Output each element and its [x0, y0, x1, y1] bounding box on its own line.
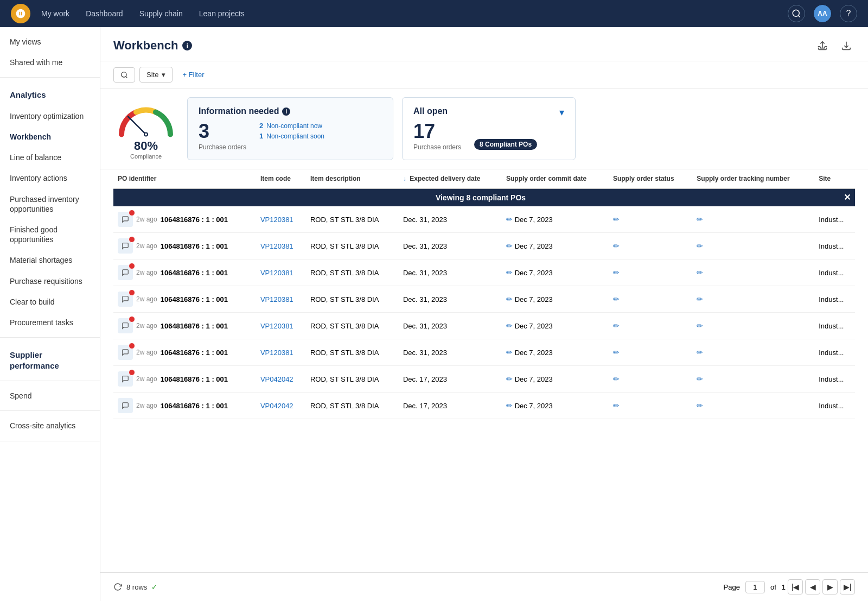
status-edit-icon[interactable]: ✏ — [613, 295, 620, 303]
last-page-btn[interactable]: ▶| — [840, 579, 855, 594]
svg-point-0 — [793, 10, 799, 16]
sidebar-item-purchased-inventory[interactable]: Purchased inventory opportunities — [0, 189, 100, 219]
message-icon[interactable] — [118, 292, 133, 307]
cell-site: Indust... — [814, 366, 855, 393]
user-avatar[interactable]: AA — [814, 5, 831, 22]
viewing-banner-cell: Viewing 8 compliant POs ✕ — [113, 188, 855, 206]
card-expand-btn[interactable]: ▾ — [559, 106, 564, 118]
tracking-edit-icon[interactable]: ✏ — [697, 321, 703, 330]
cell-po-id: 1064816876 : 1 : 001 — [161, 349, 228, 357]
cell-site: Indust... — [814, 313, 855, 339]
sidebar-item-cross-site[interactable]: Cross-site analytics — [0, 415, 100, 436]
all-open-title: All open — [413, 106, 448, 116]
message-icon[interactable] — [118, 265, 133, 280]
prev-page-btn[interactable]: ◀ — [805, 579, 820, 594]
sidebar-section-spend: Spend — [0, 381, 100, 411]
sidebar-item-line-of-balance[interactable]: Line of balance — [0, 147, 100, 168]
item-code-link[interactable]: VP042042 — [260, 402, 293, 410]
nav-lean-projects[interactable]: Lean projects — [199, 9, 245, 18]
page-input[interactable] — [745, 581, 765, 593]
search-toolbar-btn[interactable] — [113, 67, 135, 83]
page-title: Workbench — [113, 39, 178, 53]
sidebar-item-spend[interactable]: Spend — [0, 385, 100, 406]
first-page-btn[interactable]: |◀ — [788, 579, 803, 594]
sidebar-item-workbench[interactable]: Workbench — [0, 126, 100, 147]
sidebar-section-analytics: Analytics Inventory optimization Workben… — [0, 78, 100, 338]
add-filter-btn[interactable]: + Filter — [177, 67, 209, 82]
nav-dashboard[interactable]: Dashboard — [86, 9, 123, 18]
compliant-badge[interactable]: 8 Compliant POs — [474, 139, 537, 150]
message-icon[interactable] — [118, 345, 133, 360]
help-button[interactable]: ? — [840, 5, 857, 22]
item-code-link[interactable]: VP120381 — [260, 295, 293, 303]
item-code-link[interactable]: VP120381 — [260, 216, 293, 224]
download-button[interactable] — [838, 37, 855, 54]
sidebar-item-my-views[interactable]: My views — [0, 31, 100, 52]
tracking-edit-icon[interactable]: ✏ — [697, 215, 703, 224]
tracking-edit-icon[interactable]: ✏ — [697, 242, 703, 250]
col-item-description: Item description — [306, 169, 399, 188]
tracking-edit-icon[interactable]: ✏ — [697, 348, 703, 357]
upload-button[interactable] — [814, 37, 831, 54]
sidebar-item-purchase-requisitions[interactable]: Purchase requisitions — [0, 271, 100, 292]
tracking-edit-icon[interactable]: ✏ — [697, 295, 703, 303]
search-button[interactable] — [788, 5, 805, 22]
item-code-link[interactable]: VP120381 — [260, 349, 293, 357]
cell-tracking: ✏ — [692, 286, 814, 313]
sidebar-item-finished-good[interactable]: Finished good opportunities — [0, 219, 100, 250]
status-edit-icon[interactable]: ✏ — [613, 268, 620, 277]
tracking-edit-icon[interactable]: ✏ — [697, 375, 703, 383]
nav-my-work[interactable]: My work — [41, 9, 69, 18]
info-card-icon[interactable]: i — [282, 107, 290, 116]
all-open-body: 17 Purchase orders 8 Compliant POs — [413, 122, 564, 151]
status-edit-icon[interactable]: ✏ — [613, 215, 620, 224]
col-expected-delivery[interactable]: ↓ Expected delivery date — [399, 169, 502, 188]
table-row: 2w ago 1064816876 : 1 : 001 VP120381ROD,… — [113, 233, 855, 260]
message-icon[interactable] — [118, 318, 133, 333]
nav-supply-chain[interactable]: Supply chain — [139, 9, 183, 18]
all-open-label: Purchase orders — [413, 143, 461, 151]
message-icon[interactable] — [118, 238, 133, 254]
item-code-link[interactable]: VP120381 — [260, 242, 293, 250]
next-page-btn[interactable]: ▶ — [822, 579, 838, 594]
status-edit-icon[interactable]: ✏ — [613, 401, 620, 410]
cell-expected-delivery: Dec. 17, 2023 — [399, 366, 502, 393]
cell-po-id: 1064816876 : 1 : 001 — [161, 322, 228, 330]
sidebar-item-inventory-actions[interactable]: Inventory actions — [0, 168, 100, 188]
cell-status: ✏ — [609, 313, 692, 339]
status-edit-icon[interactable]: ✏ — [613, 348, 620, 357]
item-code-link[interactable]: VP120381 — [260, 322, 293, 330]
cell-item-description: ROD, ST STL 3/8 DIA — [306, 286, 399, 313]
gauge-percent-sign: % — [147, 139, 158, 153]
message-icon[interactable] — [118, 371, 133, 387]
status-edit-icon[interactable]: ✏ — [613, 375, 620, 383]
sidebar-item-material-shortages[interactable]: Material shortages — [0, 250, 100, 270]
message-icon[interactable] — [118, 398, 133, 413]
detail-link-0[interactable]: Non-compliant now — [266, 122, 322, 130]
status-edit-icon[interactable]: ✏ — [613, 321, 620, 330]
row-meta: 2w ago 1064816876 : 1 : 001 — [118, 398, 252, 413]
item-code-link[interactable]: VP042042 — [260, 375, 293, 383]
sidebar-section-supplier: Supplier performance — [0, 338, 100, 381]
cell-commit-date: ✏ Dec 7, 2023 — [502, 260, 609, 286]
tracking-edit-icon[interactable]: ✏ — [697, 268, 703, 277]
sidebar-item-shared-with-me[interactable]: Shared with me — [0, 52, 100, 73]
table-row: 2w ago 1064816876 : 1 : 001 VP120381ROD,… — [113, 260, 855, 286]
sidebar-item-clear-to-build[interactable]: Clear to build — [0, 292, 100, 312]
cell-site: Indust... — [814, 233, 855, 260]
tracking-edit-icon[interactable]: ✏ — [697, 401, 703, 410]
logo[interactable] — [11, 4, 30, 23]
cell-po-identifier: 2w ago 1064816876 : 1 : 001 — [113, 233, 256, 260]
chat-icon — [122, 216, 129, 223]
detail-link-1[interactable]: Non-compliant soon — [266, 132, 324, 140]
item-code-link[interactable]: VP120381 — [260, 269, 293, 277]
banner-close-btn[interactable]: ✕ — [844, 193, 851, 202]
page-info-icon[interactable]: i — [182, 41, 192, 50]
site-filter-btn[interactable]: Site ▾ — [139, 67, 173, 83]
sidebar-item-procurement-tasks[interactable]: Procurement tasks — [0, 312, 100, 333]
cell-po-identifier: 2w ago 1064816876 : 1 : 001 — [113, 393, 256, 419]
status-edit-icon[interactable]: ✏ — [613, 242, 620, 250]
sidebar-header-supplier: Supplier performance — [0, 342, 100, 376]
sidebar-item-inventory-optimization[interactable]: Inventory optimization — [0, 106, 100, 126]
message-icon[interactable] — [118, 212, 133, 227]
